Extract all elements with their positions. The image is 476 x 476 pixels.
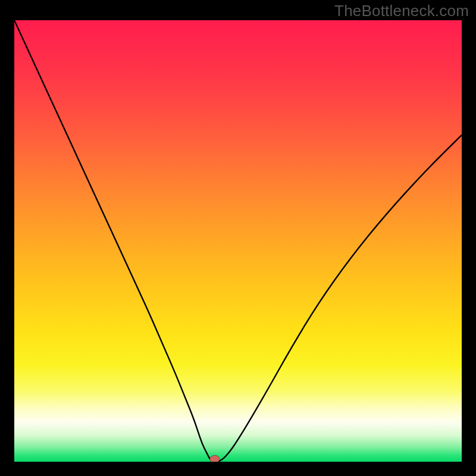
heatmap-background — [14, 20, 462, 462]
chart-svg — [14, 20, 462, 462]
chart-frame: TheBottleneck.com — [0, 0, 476, 476]
watermark-text: TheBottleneck.com — [334, 2, 469, 20]
chart-plot-area — [14, 20, 462, 462]
optimal-point-marker — [210, 455, 220, 462]
